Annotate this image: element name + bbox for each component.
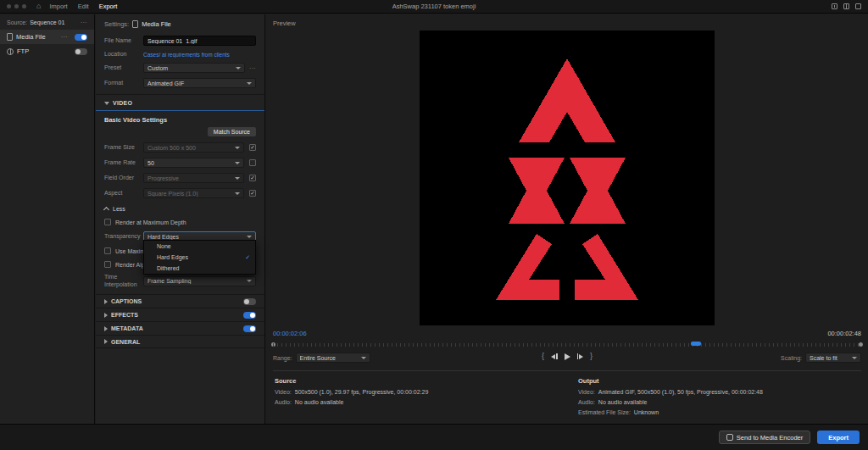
ashswap-logo: [440, 51, 694, 305]
menu-option-none[interactable]: None: [144, 241, 255, 252]
aspect-checkbox[interactable]: ✓: [249, 190, 256, 197]
section-metadata[interactable]: METADATA: [96, 321, 264, 335]
output-info-title: Output: [578, 377, 763, 385]
chevron-right-icon: [104, 326, 108, 331]
chevron-down-icon: [235, 162, 240, 164]
transparency-row: Transparency Hard Edges None Hard Edges …: [96, 229, 264, 244]
chevron-down-icon: [236, 67, 241, 69]
section-video[interactable]: VIDEO: [96, 95, 264, 109]
section-general[interactable]: GENERAL: [96, 335, 264, 348]
play-button[interactable]: [565, 353, 570, 360]
preview-title: Preview: [266, 14, 868, 29]
chevron-right-icon: [104, 313, 108, 318]
share-icon[interactable]: [832, 3, 837, 9]
render-alpha-checkbox[interactable]: [104, 261, 111, 268]
frame-rate-dropdown[interactable]: 50: [143, 158, 244, 168]
format-label: Format: [104, 80, 143, 86]
home-icon[interactable]: ⌂: [36, 3, 41, 10]
playhead[interactable]: [691, 342, 701, 346]
media-file-more-icon[interactable]: ···: [61, 34, 68, 40]
step-forward-button[interactable]: [577, 353, 584, 359]
less-toggle[interactable]: Less: [96, 201, 264, 215]
aspect-dropdown[interactable]: Square Pixels (1.0): [143, 188, 244, 198]
workspace-icon[interactable]: [843, 3, 849, 9]
ftp-icon: [7, 48, 14, 55]
total-timecode: 00:00:02:48: [827, 330, 861, 337]
chevron-down-icon: [235, 177, 240, 180]
frame-rate-row: Frame Rate 50: [96, 155, 264, 170]
section-captions[interactable]: CAPTIONS: [96, 294, 264, 308]
scrubber-end-handle[interactable]: [859, 342, 863, 347]
render-max-depth-checkbox[interactable]: [104, 219, 111, 225]
field-order-dropdown[interactable]: Progressive: [143, 173, 244, 183]
location-row: Location Cases/ ai requirements from cli…: [96, 48, 264, 60]
frame-size-checkbox[interactable]: ✓: [249, 144, 256, 151]
transparency-menu: None Hard Edges ✓ Dithered: [143, 240, 256, 275]
timeline-scrubber[interactable]: [273, 341, 861, 348]
source-info-column: Source Video: 500x500 (1.0), 29.97 fps, …: [275, 377, 578, 419]
frame-size-dropdown[interactable]: Custom 500 x 500: [143, 142, 244, 153]
match-source-button[interactable]: Match Source: [208, 127, 256, 136]
titlebar: ⌂ Import Edit Export AshSwap 231107 toke…: [0, 0, 868, 14]
source-info-title: Source: [275, 377, 578, 385]
frame-size-label: Frame Size: [104, 144, 143, 151]
chevron-right-icon: [104, 339, 108, 344]
time-interpolation-dropdown[interactable]: Frame Sampling: [143, 276, 256, 286]
menu-option-dithered[interactable]: Dithered: [144, 263, 255, 274]
chevron-right-icon: [104, 299, 108, 304]
use-max-quality-checkbox[interactable]: [104, 247, 111, 254]
captions-toggle[interactable]: [243, 298, 256, 305]
source-value[interactable]: Sequence 01: [30, 19, 64, 25]
tab-edit[interactable]: Edit: [78, 3, 89, 10]
render-max-depth-row: Render at Maximum Depth: [96, 215, 264, 229]
effects-toggle[interactable]: [243, 312, 256, 319]
step-forward-icon: [579, 354, 583, 359]
chevron-down-icon: [247, 82, 252, 85]
basic-video-settings-title: Basic Video Settings: [96, 111, 264, 125]
frame-rate-checkbox[interactable]: [249, 159, 256, 166]
timecode-row: 00:00:02:06 00:00:02:48: [266, 325, 868, 339]
file-name-input[interactable]: [143, 36, 256, 46]
destinations-sidebar: Source: Sequence 01 ··· Media File ··· F…: [0, 14, 95, 424]
current-timecode: 00:00:02:06: [273, 330, 307, 337]
source-video-line: Video: 500x500 (1.0), 29.97 fps, Progres…: [275, 389, 578, 395]
format-dropdown[interactable]: Animated GIF: [143, 78, 256, 88]
in-point-icon[interactable]: {: [542, 353, 544, 360]
field-order-checkbox[interactable]: ✓: [249, 175, 256, 181]
chevron-down-icon: [852, 357, 857, 359]
menu-option-hard-edges[interactable]: Hard Edges ✓: [144, 252, 255, 263]
preview-canvas: [420, 31, 715, 325]
titlebar-icons: [832, 3, 861, 9]
ftp-toggle[interactable]: [75, 48, 87, 55]
source-more-icon[interactable]: ···: [81, 19, 87, 25]
match-source-row: Match Source: [96, 125, 264, 140]
settings-target: Media File: [142, 20, 171, 28]
section-effects[interactable]: EFFECTS: [96, 308, 264, 321]
window-button[interactable]: [14, 4, 19, 8]
metadata-toggle[interactable]: [243, 325, 256, 332]
transport-row: Range: Entire Source { } Scaling:: [266, 351, 868, 366]
out-point-icon[interactable]: }: [590, 353, 593, 360]
window-button[interactable]: [7, 4, 11, 8]
send-to-media-encoder-button[interactable]: Send to Media Encoder: [719, 431, 810, 444]
preset-dropdown[interactable]: Custom: [143, 63, 245, 73]
fullscreen-icon[interactable]: [855, 3, 861, 9]
chevron-down-icon: [247, 280, 252, 282]
window-button[interactable]: [22, 4, 26, 8]
step-back-button[interactable]: [551, 353, 558, 359]
media-file-toggle[interactable]: [75, 34, 87, 41]
preset-row: Preset Custom ···: [96, 60, 264, 75]
file-name-row: File Name: [96, 33, 264, 48]
tab-export[interactable]: Export: [99, 3, 118, 10]
preset-more-icon[interactable]: ···: [249, 65, 256, 71]
sidebar-item-ftp[interactable]: FTP: [0, 44, 94, 58]
export-button[interactable]: Export: [817, 431, 860, 444]
location-link[interactable]: Cases/ ai requirements from clients: [143, 52, 256, 58]
window-controls[interactable]: [7, 4, 30, 8]
field-order-label: Field Order: [104, 175, 143, 181]
media-file-icon: [132, 20, 138, 28]
tab-import[interactable]: Import: [49, 3, 67, 10]
timeline-ticks: [273, 343, 861, 347]
sidebar-item-media-file[interactable]: Media File ···: [0, 30, 94, 44]
scaling-dropdown[interactable]: Scale to fit: [805, 353, 861, 363]
